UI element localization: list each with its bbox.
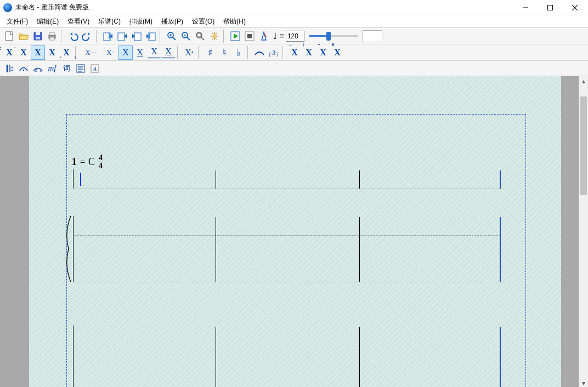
time-signature: 4 4	[98, 154, 103, 170]
save-button[interactable]	[31, 29, 45, 43]
svg-point-35	[12, 69, 13, 71]
svg-text:A: A	[92, 65, 97, 73]
toolbars: ♩ = X: X· X X· X: X--- X- X X X X X• ♯ ♮…	[0, 27, 588, 76]
next-page-button[interactable]	[129, 29, 144, 43]
vertical-scrollbar[interactable]: ▴ ▾	[579, 76, 588, 387]
barline	[216, 170, 216, 189]
font-button[interactable]: A	[88, 61, 102, 76]
menu-view[interactable]: 查看(V)	[63, 16, 94, 27]
pan-button[interactable]	[207, 29, 222, 43]
note-x[interactable]: X	[31, 45, 45, 60]
brace-icon	[63, 216, 73, 282]
workarea: 1 = C 4 4 ▴ ▾	[0, 76, 588, 387]
menu-score[interactable]: 乐谱(C)	[94, 16, 125, 27]
accent-1[interactable]: X–	[287, 45, 302, 60]
duration-half[interactable]: X-	[102, 45, 118, 60]
key-signature: 1 = C 4 4	[72, 154, 103, 170]
dotted-button[interactable]: X•	[182, 45, 196, 60]
barline-end	[500, 217, 501, 282]
staff-line	[75, 189, 501, 189]
barline-end	[500, 327, 501, 387]
scroll-down-icon[interactable]: ▾	[579, 378, 588, 387]
note-double-dot-bottom[interactable]: X:	[59, 45, 74, 60]
svg-rect-4	[5, 32, 13, 41]
triplet-button[interactable]: ┌3┐	[267, 45, 281, 60]
zoom-in-button[interactable]	[165, 29, 179, 43]
svg-rect-14	[134, 33, 141, 41]
staff-line	[75, 235, 501, 236]
print-button[interactable]	[45, 29, 59, 43]
lyrics-button[interactable]: 词	[59, 61, 74, 76]
duration-sixteenth[interactable]: X	[147, 45, 161, 60]
toolbar-notes: X: X· X X· X: X--- X- X X X X X• ♯ ♮ ♭ ┌…	[0, 44, 588, 61]
stop-button[interactable]	[242, 29, 257, 43]
duration-eighth[interactable]: X	[133, 45, 147, 60]
menu-file[interactable]: 文件(F)	[2, 16, 32, 27]
tempo-input[interactable]	[286, 31, 304, 42]
menu-edit[interactable]: 编辑(E)	[32, 16, 63, 27]
duration-whole[interactable]: X---	[80, 45, 102, 60]
svg-rect-13	[118, 33, 125, 41]
toolbar-extra: 21 mf 词 A	[0, 61, 588, 76]
accent-2[interactable]: X〉	[302, 45, 316, 60]
minimize-button[interactable]	[513, 0, 538, 15]
svg-rect-9	[50, 32, 54, 35]
blank-field[interactable]	[363, 30, 382, 42]
scroll-up-icon[interactable]: ▴	[579, 76, 588, 86]
edit-cursor	[80, 173, 81, 186]
page-border	[66, 114, 526, 387]
prev-page-button[interactable]	[115, 29, 129, 43]
close-button[interactable]	[562, 0, 587, 15]
menu-play[interactable]: 播放(P)	[157, 16, 188, 27]
barline	[216, 327, 216, 387]
play-button[interactable]	[228, 29, 242, 43]
dynamics-button[interactable]: mf	[45, 61, 59, 76]
app-icon	[3, 3, 12, 12]
score-canvas[interactable]: 1 = C 4 4	[29, 76, 561, 387]
first-page-button[interactable]	[101, 29, 115, 43]
svg-rect-10	[50, 37, 54, 40]
zoom-fit-button[interactable]	[193, 29, 207, 43]
svg-line-18	[173, 37, 176, 40]
barline-button[interactable]	[2, 61, 16, 76]
system-barline	[73, 216, 74, 282]
accent-4[interactable]: X∨	[330, 45, 344, 60]
window-title: 未命名 - 雅乐简谱 免费版	[15, 3, 89, 12]
svg-text:1: 1	[39, 68, 42, 72]
svg-rect-1	[547, 5, 552, 10]
slur-numbers-button[interactable]: 21	[31, 61, 45, 76]
toolbar-standard: ♩ =	[0, 28, 588, 44]
duration-quarter[interactable]: X	[118, 45, 133, 60]
metronome-button[interactable]	[257, 29, 271, 43]
last-page-button[interactable]	[144, 29, 158, 43]
flat-button[interactable]: ♭	[231, 45, 246, 60]
redo-button[interactable]	[80, 29, 94, 43]
zoom-out-button[interactable]	[179, 29, 193, 43]
svg-point-34	[12, 66, 13, 68]
barline	[359, 170, 360, 189]
text-block-button[interactable]	[74, 61, 88, 76]
barline	[73, 169, 74, 189]
tie-button[interactable]	[252, 45, 267, 60]
duration-thirtysecond[interactable]: X	[161, 45, 176, 60]
key-one: 1	[72, 156, 77, 168]
open-button[interactable]	[16, 29, 31, 43]
fermata-button[interactable]	[16, 61, 31, 76]
menu-settings[interactable]: 设置(O)	[188, 16, 219, 27]
accent-3[interactable]: X•	[316, 45, 330, 60]
maximize-button[interactable]	[538, 0, 562, 15]
menu-help[interactable]: 帮助(H)	[219, 16, 250, 27]
new-button[interactable]	[2, 29, 16, 43]
undo-button[interactable]	[66, 29, 80, 43]
menu-layout[interactable]: 排版(M)	[125, 16, 157, 27]
barline	[216, 217, 216, 282]
menubar: 文件(F) 编辑(E) 查看(V) 乐谱(C) 排版(M) 播放(P) 设置(O…	[0, 15, 588, 27]
svg-rect-6	[36, 32, 40, 35]
tempo-slider[interactable]	[309, 31, 358, 42]
natural-button[interactable]: ♮	[217, 45, 231, 60]
svg-rect-7	[36, 37, 40, 39]
sharp-button[interactable]: ♯	[203, 45, 217, 60]
note-dot-bottom[interactable]: X·	[45, 45, 59, 60]
note-dot-top[interactable]: X·	[16, 45, 31, 60]
scroll-thumb[interactable]	[580, 96, 587, 195]
